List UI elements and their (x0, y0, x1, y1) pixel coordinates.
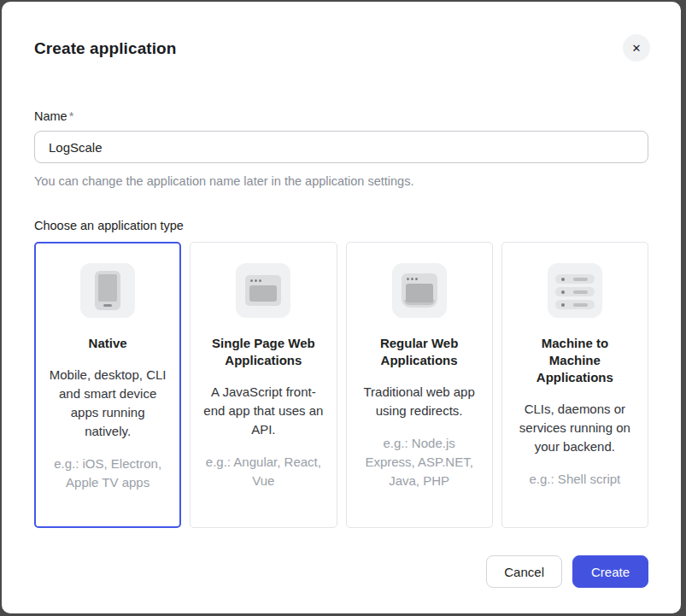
name-helper-text: You can change the application name late… (34, 174, 648, 188)
server-stack-shape (555, 274, 595, 309)
browser-window-body-shape (402, 273, 437, 308)
browser-body-shape (245, 275, 281, 306)
phone-home-bar-shape (103, 304, 112, 307)
required-asterisk: * (69, 109, 74, 123)
card-example: e.g.: Shell script (514, 470, 636, 489)
card-regular-web[interactable]: Regular Web Applications Traditional web… (346, 242, 493, 528)
create-button[interactable]: Create (572, 555, 648, 588)
application-type-cards: Native Mobile, desktop, CLI and smart de… (34, 242, 648, 528)
card-single-page-web[interactable]: Single Page Web Applications A JavaScrip… (190, 242, 337, 528)
phone-body-shape (95, 271, 120, 310)
card-title: Regular Web Applications (359, 335, 480, 369)
application-type-label: Choose an application type (34, 219, 648, 232)
dialog-footer: Cancel Create (34, 555, 648, 588)
create-application-dialog: ✕ Create application Name* You can chang… (2, 2, 681, 613)
name-label: Name* (34, 109, 648, 123)
dialog-title: Create application (34, 39, 648, 58)
browser-window-content-shape (406, 284, 433, 302)
card-description: CLIs, daemons or services running on you… (514, 400, 636, 456)
card-title: Native (47, 335, 168, 352)
browser-content-shape (249, 285, 277, 302)
card-example: e.g.: Node.js Express, ASP.NET, Java, PH… (359, 434, 480, 490)
close-button[interactable]: ✕ (623, 34, 650, 62)
card-example: e.g.: Angular, React, Vue (202, 453, 324, 490)
card-native[interactable]: Native Mobile, desktop, CLI and smart de… (34, 242, 181, 528)
application-name-input[interactable] (34, 131, 648, 163)
name-label-text: Name (34, 109, 67, 123)
card-title: Machine to Machine Applications (514, 335, 636, 386)
card-example: e.g.: iOS, Electron, Apple TV apps (47, 455, 168, 492)
phone-screen-shape (98, 274, 117, 302)
server-icon (548, 263, 602, 318)
close-icon: ✕ (632, 42, 642, 55)
card-title: Single Page Web Applications (202, 335, 324, 369)
browser-window-icon (392, 263, 447, 318)
browser-dots (250, 279, 261, 282)
card-description: A JavaScript front-end app that uses an … (202, 383, 324, 439)
browser-icon (236, 263, 290, 318)
card-description: Mobile, desktop, CLI and smart device ap… (47, 366, 168, 441)
cancel-button[interactable]: Cancel (486, 555, 562, 588)
card-description: Traditional web app using redirects. (359, 383, 480, 420)
phone-icon (80, 263, 135, 318)
browser-window-dots (407, 278, 418, 280)
card-machine-to-machine[interactable]: Machine to Machine Applications CLIs, da… (501, 242, 648, 528)
